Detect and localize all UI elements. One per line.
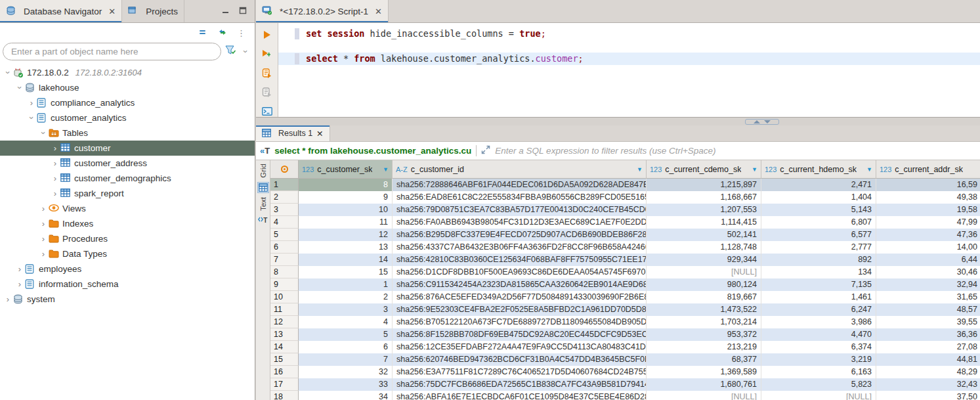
- grid-cell[interactable]: 4: [299, 316, 393, 328]
- tree-item-compliance-analytics[interactable]: ›compliance_analytics: [0, 95, 255, 110]
- row-number[interactable]: 17: [270, 378, 299, 391]
- grid-cell[interactable]: 3,219: [761, 353, 876, 366]
- grid-cell[interactable]: 1,680,761: [647, 378, 761, 391]
- grid-cell[interactable]: 47,36: [876, 229, 980, 241]
- grid-cell[interactable]: 1,703,214: [647, 316, 761, 328]
- sash-down-icon[interactable]: [764, 120, 771, 123]
- chevron-collapsed-icon[interactable]: ›: [26, 98, 37, 108]
- grid-cell[interactable]: sha256:9E52303CE4FBA2E2F0525E8A5BFBD2C1A…: [393, 303, 647, 316]
- row-number[interactable]: 5: [270, 229, 299, 241]
- splitter-sash[interactable]: [745, 119, 779, 125]
- grid-cell[interactable]: 32: [299, 366, 393, 378]
- execute-statement-icon[interactable]: [261, 30, 273, 40]
- row-number[interactable]: 8: [270, 266, 299, 278]
- filter-funnel-icon[interactable]: [225, 45, 236, 58]
- grid-cell[interactable]: 8: [299, 179, 393, 191]
- grid-cell[interactable]: 31,65: [876, 291, 980, 303]
- chevron-collapsed-icon[interactable]: ›: [38, 204, 49, 213]
- grid-cell[interactable]: 134: [761, 266, 876, 278]
- row-number[interactable]: 11: [270, 303, 299, 316]
- grid-cell[interactable]: [NULL]: [647, 266, 761, 278]
- column-header-c_current_addr_sk[interactable]: 123c_current_addr_sk▼: [876, 160, 980, 179]
- tree-item-customer-demographics[interactable]: ›customer_demographics: [0, 171, 255, 186]
- expand-filter-icon[interactable]: [481, 145, 490, 157]
- table-row[interactable]: 411sha256:FA0ABB6943B98054FC31D12D3E3AEC…: [270, 216, 980, 229]
- chevron-collapsed-icon[interactable]: ›: [50, 143, 60, 153]
- grid-cell[interactable]: 4,470: [761, 328, 876, 341]
- grid-cell[interactable]: 1,404: [761, 191, 876, 204]
- tab-database-navigator[interactable]: Database Navigator ✕: [0, 0, 122, 22]
- grid-cell[interactable]: 14: [299, 254, 393, 266]
- grid-cell[interactable]: 32,43: [876, 378, 980, 391]
- grid-cell[interactable]: 6: [299, 341, 393, 353]
- grid-corner-cell[interactable]: [270, 160, 299, 179]
- tab-sql-script[interactable]: *<172.18.0.2> Script-1 ✕: [256, 0, 389, 22]
- tree-item-indexes[interactable]: ›Indexes: [0, 216, 255, 231]
- grid-cell[interactable]: 11: [299, 216, 393, 229]
- grid-cell[interactable]: 39,55: [876, 316, 980, 328]
- chevron-collapsed-icon[interactable]: ›: [14, 264, 25, 274]
- grid-cell[interactable]: sha256:ABFA16E7E1ECBDCA6F01CE1095D84E37C…: [393, 391, 647, 400]
- grid-cell[interactable]: 30,46: [876, 266, 980, 278]
- grid-view-tab[interactable]: [257, 182, 269, 193]
- grid-cell[interactable]: 5: [299, 328, 393, 341]
- collapse-all-icon[interactable]: [199, 27, 208, 39]
- grid-cell[interactable]: 14,00: [876, 241, 980, 254]
- grid-cell[interactable]: 47,99: [876, 216, 980, 229]
- tree-item-data-types[interactable]: ›Data Types: [0, 246, 255, 261]
- grid-cell[interactable]: 7,135: [761, 278, 876, 291]
- grid-cell[interactable]: [NULL]: [647, 391, 761, 400]
- column-menu-icon[interactable]: ▼: [637, 166, 643, 173]
- grid-cell[interactable]: 1,215,897: [647, 179, 761, 191]
- row-number[interactable]: 6: [270, 241, 299, 254]
- chevron-collapsed-icon[interactable]: ›: [38, 249, 49, 259]
- chevron-collapsed-icon[interactable]: ›: [38, 219, 49, 229]
- row-number[interactable]: 7: [270, 254, 299, 266]
- grid-cell[interactable]: 2,471: [761, 179, 876, 191]
- grid-cell[interactable]: 13: [299, 241, 393, 254]
- tree-item-customer-analytics[interactable]: ›customer_analytics: [0, 110, 255, 125]
- grid-cell[interactable]: 980,124: [647, 278, 761, 291]
- grid-cell[interactable]: 1,128,748: [647, 241, 761, 254]
- close-icon[interactable]: ✕: [316, 129, 323, 139]
- grid-cell[interactable]: 929,344: [647, 254, 761, 266]
- sql-code-area[interactable]: set session hide_inaccessible_columns = …: [278, 23, 980, 117]
- grid-cell[interactable]: 7: [299, 353, 393, 366]
- grid-cell[interactable]: sha256:B705122120A673FC7DE6889727DB11809…: [393, 316, 647, 328]
- grid-cell[interactable]: sha256:B295D8FC337E9E4FECD0725D907ACD6B6…: [393, 229, 647, 241]
- grid-cell[interactable]: [NULL]: [761, 391, 876, 400]
- table-row[interactable]: 135sha256:8F1528BB708DF69EB475DC92A8C20E…: [270, 328, 980, 341]
- grid-cell[interactable]: sha256:12CE35EFDABF272A4A47E9FA9CC5D4113…: [393, 341, 647, 353]
- editor-results-splitter[interactable]: [256, 117, 980, 125]
- grid-cell[interactable]: 6,247: [761, 303, 876, 316]
- column-header-c_customer_id[interactable]: A-Zc_customer_id▼: [393, 160, 647, 179]
- tree-item-customer-address[interactable]: ›customer_address: [0, 156, 255, 171]
- column-header-c_current_cdemo_sk[interactable]: 123c_current_cdemo_sk▼: [647, 160, 761, 179]
- grid-cell[interactable]: 48,29: [876, 366, 980, 378]
- grid-cell[interactable]: 213,219: [647, 341, 761, 353]
- grid-cell[interactable]: 34: [299, 391, 393, 400]
- table-row[interactable]: 18sha256:72888646ABF61FA044EDEC061D6DA5A…: [270, 179, 980, 191]
- text-view-tab[interactable]: T: [257, 215, 269, 226]
- table-row[interactable]: 1733sha256:75DC7FCB6686EDA72565C1B838CA7…: [270, 378, 980, 391]
- grid-cell[interactable]: 6,807: [761, 216, 876, 229]
- row-number[interactable]: 3: [270, 204, 299, 216]
- grid-cell[interactable]: 1,114,415: [647, 216, 761, 229]
- grid-cell[interactable]: sha256:E3A77511F81C7289C76C4065217D5D406…: [393, 366, 647, 378]
- grid-cell[interactable]: sha256:72888646ABF61FA044EDEC061D6DA5A09…: [393, 179, 647, 191]
- grid-cell[interactable]: 15: [299, 266, 393, 278]
- results-filter-bar[interactable]: «T select * from lakehouse.customer_anal…: [256, 142, 980, 160]
- execute-new-tab-icon[interactable]: [261, 49, 273, 59]
- tree-item-lakehouse[interactable]: ›lakehouse: [0, 80, 255, 95]
- table-row[interactable]: 815sha256:D1CDF8DBB10F500EA9693C86DE6DEA…: [270, 266, 980, 278]
- grid-cell[interactable]: 33: [299, 378, 393, 391]
- row-number[interactable]: 9: [270, 278, 299, 291]
- tree-item-system[interactable]: ›system: [0, 292, 255, 307]
- chevron-expanded-icon[interactable]: ›: [3, 68, 13, 78]
- link-editor-icon[interactable]: [217, 27, 228, 39]
- grid-cell[interactable]: 2: [299, 291, 393, 303]
- grid-cell[interactable]: 44,81: [876, 353, 980, 366]
- grid-cell[interactable]: sha256:C9115342454A2323DA815865CAA326064…: [393, 278, 647, 291]
- row-number[interactable]: 2: [270, 191, 299, 204]
- grid-cell[interactable]: sha256:75DC7FCB6686EDA72565C1B838CA7FC43…: [393, 378, 647, 391]
